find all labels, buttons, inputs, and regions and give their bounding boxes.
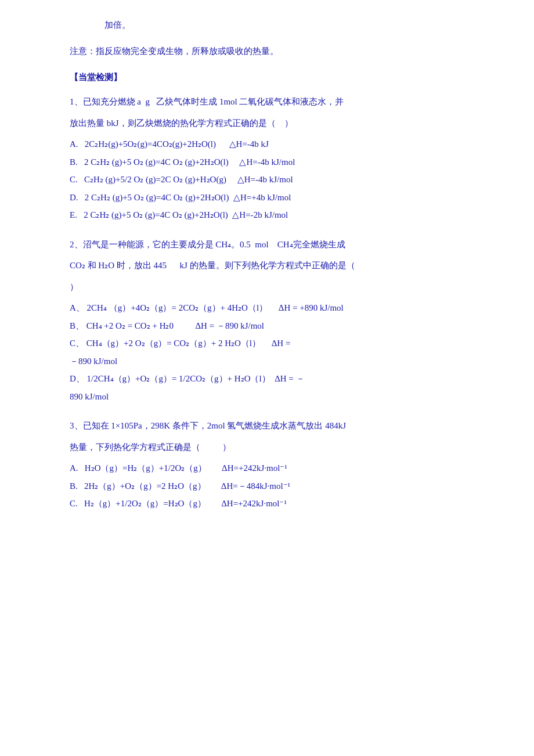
- question-2-intro-3: ）: [70, 279, 482, 296]
- question-2-option-b: B、 CH₄ +2 O₂ = CO₂ + H₂0 ΔH = －890 kJ/mo…: [70, 318, 482, 334]
- question-1-option-a: A. 2C₂H₂(g)+5O₂(g)=4CO₂(g)+2H₂O(l) △H=-4…: [70, 136, 482, 153]
- question-1-intro-1: 1、已知充分燃烧 a g 乙炔气体时生成 1mol 二氧化碳气体和液态水，并: [70, 93, 482, 110]
- section-header: 【当堂检测】: [70, 70, 482, 85]
- question-1-option-c: C. C₂H₂ (g)+5/2 O₂ (g)=2C O₂ (g)+H₂O(g) …: [70, 171, 482, 188]
- question-2-option-c2: －890 kJ/mol: [70, 353, 482, 370]
- question-3-option-c: C. H₂（g）+1/2O₂（g）=H₂O（g） ΔH=+242kJ·mol⁻¹: [70, 495, 482, 512]
- question-1-block: 1、已知充分燃烧 a g 乙炔气体时生成 1mol 二氧化碳气体和液态水，并 放…: [70, 93, 482, 224]
- question-3-intro-2: 热量，下列热化学方程式正确是（ ）: [70, 439, 482, 456]
- question-1-option-d: D. 2 C₂H₂ (g)+5 O₂ (g)=4C O₂ (g)+2H₂O(l)…: [70, 189, 482, 206]
- question-1-intro-2: 放出热量 bkJ，则乙炔燃烧的热化学方程式正确的是（ ）: [70, 115, 482, 132]
- question-2-block: 2、沼气是一种能源，它的主要成分是 CH₄。0.5 mol CH₄完全燃烧生成 …: [70, 236, 482, 405]
- question-2-intro-1: 2、沼气是一种能源，它的主要成分是 CH₄。0.5 mol CH₄完全燃烧生成: [70, 236, 482, 253]
- question-2-option-d2: 890 kJ/mol: [70, 388, 482, 405]
- question-3-option-b: B. 2H₂（g）+O₂（g）=2 H₂O（g） ΔH=－484kJ·mol⁻¹: [70, 478, 482, 495]
- top-text: 加倍。: [70, 17, 482, 33]
- question-2-option-d1: D、 1/2CH₄（g）+O₂（g）= 1/2CO₂（g）+ H₂O（l） ΔH…: [70, 370, 482, 387]
- question-1-option-b: B. 2 C₂H₂ (g)+5 O₂ (g)=4C O₂ (g)+2H₂O(l)…: [70, 154, 482, 171]
- page-container: 加倍。 注意：指反应物完全变成生物，所释放或吸收的热量。 【当堂检测】 1、已知…: [0, 0, 534, 756]
- question-3-option-a: A. H₂O（g）=H₂（g）+1/2O₂（g） ΔH=+242kJ·mol⁻¹: [70, 460, 482, 477]
- question-3-intro-1: 3、已知在 1×105Pa，298K 条件下，2mol 氢气燃烧生成水蒸气放出 …: [70, 417, 482, 434]
- note-text: 注意：指反应物完全变成生物，所释放或吸收的热量。: [70, 44, 482, 59]
- question-2-option-c1: C、 CH₄（g）+2 O₂（g）= CO₂（g）+ 2 H₂O（l） ΔH =: [70, 335, 482, 352]
- content-area: 加倍。 注意：指反应物完全变成生物，所释放或吸收的热量。 【当堂检测】 1、已知…: [70, 12, 482, 531]
- question-2-intro-2: CO₂ 和 H₂O 时，放出 445 kJ 的热量。则下列热化学方程式中正确的是…: [70, 257, 482, 274]
- question-2-option-a: A、 2CH₄ （g）+4O₂（g）= 2CO₂（g）+ 4H₂O（l） ΔH …: [70, 300, 482, 316]
- question-3-block: 3、已知在 1×105Pa，298K 条件下，2mol 氢气燃烧生成水蒸气放出 …: [70, 417, 482, 512]
- question-1-option-e: E. 2 C₂H₂ (g)+5 O₂ (g)=4C O₂ (g)+2H₂O(l)…: [70, 207, 482, 224]
